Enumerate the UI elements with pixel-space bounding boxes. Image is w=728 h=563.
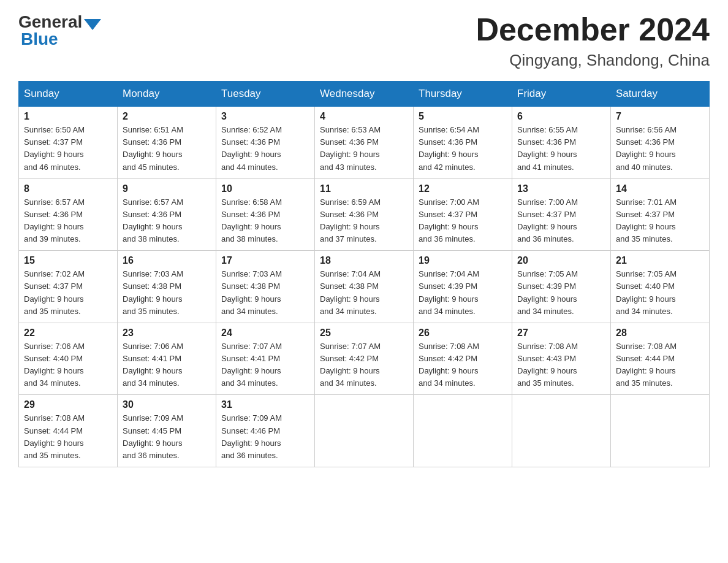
- day-number: 10: [221, 183, 309, 194]
- calendar-cell: 1 Sunrise: 6:50 AMSunset: 4:37 PMDayligh…: [19, 107, 118, 179]
- weekday-header-friday: Friday: [512, 82, 611, 107]
- day-number: 16: [123, 255, 211, 266]
- location-title: Qingyang, Shandong, China: [476, 51, 710, 70]
- day-number: 6: [517, 111, 605, 122]
- calendar-week-row: 29 Sunrise: 7:08 AMSunset: 4:44 PMDaylig…: [19, 395, 710, 467]
- day-number: 3: [221, 111, 309, 122]
- weekday-header-row: SundayMondayTuesdayWednesdayThursdayFrid…: [19, 82, 710, 107]
- day-info: Sunrise: 7:00 AMSunset: 4:37 PMDaylight:…: [517, 197, 578, 243]
- day-number: 21: [616, 255, 704, 266]
- day-info: Sunrise: 6:56 AMSunset: 4:36 PMDaylight:…: [616, 125, 677, 171]
- weekday-header-wednesday: Wednesday: [315, 82, 414, 107]
- day-info: Sunrise: 7:08 AMSunset: 4:44 PMDaylight:…: [616, 342, 677, 388]
- calendar-cell: [315, 395, 414, 467]
- calendar-week-row: 1 Sunrise: 6:50 AMSunset: 4:37 PMDayligh…: [19, 107, 710, 179]
- calendar-week-row: 15 Sunrise: 7:02 AMSunset: 4:37 PMDaylig…: [19, 251, 710, 323]
- day-number: 19: [419, 255, 507, 266]
- day-number: 14: [616, 183, 704, 194]
- day-info: Sunrise: 7:01 AMSunset: 4:37 PMDaylight:…: [616, 197, 677, 243]
- calendar-cell: 5 Sunrise: 6:54 AMSunset: 4:36 PMDayligh…: [414, 107, 512, 179]
- day-info: Sunrise: 6:57 AMSunset: 4:36 PMDaylight:…: [123, 197, 183, 243]
- calendar-cell: 29 Sunrise: 7:08 AMSunset: 4:44 PMDaylig…: [19, 395, 118, 467]
- day-number: 7: [616, 111, 704, 122]
- day-number: 27: [517, 327, 605, 339]
- calendar-cell: 12 Sunrise: 7:00 AMSunset: 4:37 PMDaylig…: [414, 178, 512, 251]
- calendar-cell: 23 Sunrise: 7:06 AMSunset: 4:41 PMDaylig…: [118, 323, 216, 395]
- day-info: Sunrise: 6:55 AMSunset: 4:36 PMDaylight:…: [517, 125, 578, 171]
- day-info: Sunrise: 7:08 AMSunset: 4:43 PMDaylight:…: [517, 342, 578, 388]
- day-info: Sunrise: 6:52 AMSunset: 4:36 PMDaylight:…: [221, 125, 282, 171]
- day-info: Sunrise: 7:06 AMSunset: 4:40 PMDaylight:…: [24, 342, 85, 388]
- calendar-cell: 21 Sunrise: 7:05 AMSunset: 4:40 PMDaylig…: [611, 251, 710, 323]
- day-number: 23: [123, 327, 211, 339]
- calendar-cell: 26 Sunrise: 7:08 AMSunset: 4:42 PMDaylig…: [414, 323, 512, 395]
- day-info: Sunrise: 7:05 AMSunset: 4:39 PMDaylight:…: [517, 269, 578, 315]
- day-info: Sunrise: 7:03 AMSunset: 4:38 PMDaylight:…: [123, 269, 183, 315]
- day-number: 15: [24, 255, 112, 266]
- day-number: 20: [517, 255, 605, 266]
- calendar-cell: 31 Sunrise: 7:09 AMSunset: 4:46 PMDaylig…: [216, 395, 315, 467]
- day-number: 13: [517, 183, 605, 194]
- weekday-header-monday: Monday: [118, 82, 216, 107]
- page-header: General Blue December 2024 Qingyang, Sha…: [18, 12, 710, 70]
- day-number: 2: [123, 111, 211, 122]
- calendar-cell: 13 Sunrise: 7:00 AMSunset: 4:37 PMDaylig…: [512, 178, 611, 251]
- day-number: 26: [419, 327, 507, 339]
- day-number: 31: [221, 399, 309, 410]
- weekday-header-thursday: Thursday: [414, 82, 512, 107]
- day-info: Sunrise: 7:06 AMSunset: 4:41 PMDaylight:…: [123, 342, 183, 388]
- calendar-cell: 9 Sunrise: 6:57 AMSunset: 4:36 PMDayligh…: [118, 178, 216, 251]
- calendar-cell: 11 Sunrise: 6:59 AMSunset: 4:36 PMDaylig…: [315, 178, 414, 251]
- day-info: Sunrise: 7:08 AMSunset: 4:42 PMDaylight:…: [419, 342, 479, 388]
- calendar-cell: [512, 395, 611, 467]
- day-info: Sunrise: 7:05 AMSunset: 4:40 PMDaylight:…: [616, 269, 677, 315]
- calendar-cell: 14 Sunrise: 7:01 AMSunset: 4:37 PMDaylig…: [611, 178, 710, 251]
- day-info: Sunrise: 6:51 AMSunset: 4:36 PMDaylight:…: [123, 125, 183, 171]
- calendar-cell: 24 Sunrise: 7:07 AMSunset: 4:41 PMDaylig…: [216, 323, 315, 395]
- day-info: Sunrise: 7:00 AMSunset: 4:37 PMDaylight:…: [419, 197, 479, 243]
- day-number: 25: [320, 327, 408, 339]
- day-number: 28: [616, 327, 704, 339]
- day-info: Sunrise: 7:08 AMSunset: 4:44 PMDaylight:…: [24, 413, 85, 459]
- calendar-cell: 25 Sunrise: 7:07 AMSunset: 4:42 PMDaylig…: [315, 323, 414, 395]
- calendar-week-row: 22 Sunrise: 7:06 AMSunset: 4:40 PMDaylig…: [19, 323, 710, 395]
- day-info: Sunrise: 6:57 AMSunset: 4:36 PMDaylight:…: [24, 197, 85, 243]
- calendar-cell: 2 Sunrise: 6:51 AMSunset: 4:36 PMDayligh…: [118, 107, 216, 179]
- day-number: 29: [24, 399, 112, 410]
- day-number: 4: [320, 111, 408, 122]
- day-info: Sunrise: 6:54 AMSunset: 4:36 PMDaylight:…: [419, 125, 479, 171]
- day-info: Sunrise: 7:07 AMSunset: 4:42 PMDaylight:…: [320, 342, 381, 388]
- calendar-cell: 4 Sunrise: 6:53 AMSunset: 4:36 PMDayligh…: [315, 107, 414, 179]
- calendar-table: SundayMondayTuesdayWednesdayThursdayFrid…: [18, 81, 710, 467]
- calendar-week-row: 8 Sunrise: 6:57 AMSunset: 4:36 PMDayligh…: [19, 178, 710, 251]
- day-info: Sunrise: 6:58 AMSunset: 4:36 PMDaylight:…: [221, 197, 282, 243]
- day-info: Sunrise: 7:02 AMSunset: 4:37 PMDaylight:…: [24, 269, 85, 315]
- day-info: Sunrise: 7:07 AMSunset: 4:41 PMDaylight:…: [221, 342, 282, 388]
- calendar-cell: 3 Sunrise: 6:52 AMSunset: 4:36 PMDayligh…: [216, 107, 315, 179]
- calendar-cell: 18 Sunrise: 7:04 AMSunset: 4:38 PMDaylig…: [315, 251, 414, 323]
- calendar-cell: [414, 395, 512, 467]
- logo: General Blue: [18, 12, 103, 49]
- calendar-cell: 15 Sunrise: 7:02 AMSunset: 4:37 PMDaylig…: [19, 251, 118, 323]
- day-number: 18: [320, 255, 408, 266]
- day-number: 22: [24, 327, 112, 339]
- day-info: Sunrise: 7:09 AMSunset: 4:45 PMDaylight:…: [123, 413, 183, 459]
- calendar-cell: 7 Sunrise: 6:56 AMSunset: 4:36 PMDayligh…: [611, 107, 710, 179]
- calendar-cell: 20 Sunrise: 7:05 AMSunset: 4:39 PMDaylig…: [512, 251, 611, 323]
- calendar-cell: 28 Sunrise: 7:08 AMSunset: 4:44 PMDaylig…: [611, 323, 710, 395]
- day-number: 5: [419, 111, 507, 122]
- calendar-cell: 10 Sunrise: 6:58 AMSunset: 4:36 PMDaylig…: [216, 178, 315, 251]
- calendar-cell: 27 Sunrise: 7:08 AMSunset: 4:43 PMDaylig…: [512, 323, 611, 395]
- day-info: Sunrise: 7:04 AMSunset: 4:38 PMDaylight:…: [320, 269, 381, 315]
- day-number: 12: [419, 183, 507, 194]
- day-number: 11: [320, 183, 408, 194]
- calendar-cell: [611, 395, 710, 467]
- calendar-cell: 22 Sunrise: 7:06 AMSunset: 4:40 PMDaylig…: [19, 323, 118, 395]
- calendar-cell: 30 Sunrise: 7:09 AMSunset: 4:45 PMDaylig…: [118, 395, 216, 467]
- calendar-cell: 19 Sunrise: 7:04 AMSunset: 4:39 PMDaylig…: [414, 251, 512, 323]
- day-info: Sunrise: 7:09 AMSunset: 4:46 PMDaylight:…: [221, 413, 282, 459]
- day-info: Sunrise: 7:04 AMSunset: 4:39 PMDaylight:…: [419, 269, 479, 315]
- month-title: December 2024: [476, 12, 710, 47]
- day-info: Sunrise: 6:50 AMSunset: 4:37 PMDaylight:…: [24, 125, 85, 171]
- day-number: 24: [221, 327, 309, 339]
